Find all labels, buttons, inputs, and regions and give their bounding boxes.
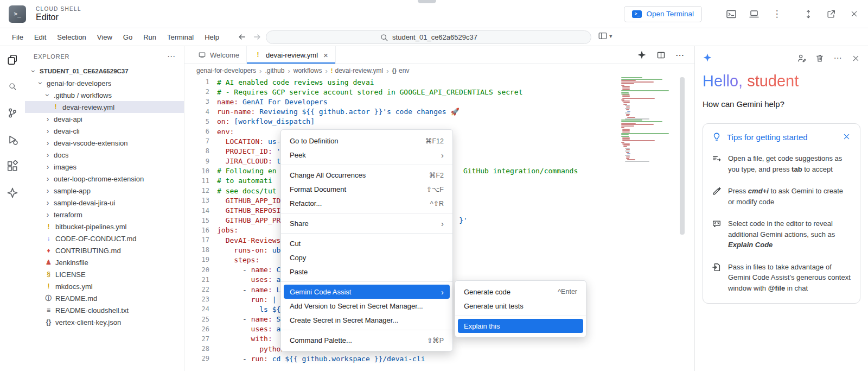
tree-label: devai-review.yml — [62, 103, 114, 111]
vertical-scrollbar[interactable] — [679, 77, 685, 371]
shortcut-label: ⌘F12 — [425, 137, 444, 145]
breadcrumb-item[interactable]: .github — [265, 67, 284, 74]
tree-file-mkdocs-yml[interactable]: !mkdocs.yml — [25, 280, 184, 292]
activity-search-button[interactable] — [7, 80, 18, 92]
minimap[interactable] — [621, 77, 675, 180]
close-icon[interactable] — [848, 9, 859, 20]
close-tips-icon[interactable] — [843, 133, 851, 141]
tree-folder-devai-cli[interactable]: ›devai-cli — [25, 125, 184, 137]
activity-gemini-button[interactable] — [7, 187, 18, 199]
tree-label: mkdocs.yml — [55, 282, 93, 291]
menu-go[interactable]: Go — [118, 28, 138, 46]
menu-edit[interactable]: Edit — [29, 28, 52, 46]
tree-file-vertex-client-key-json[interactable]: {}vertex-client-key.json — [25, 316, 184, 328]
editor-layout-button[interactable]: ▾ — [598, 31, 612, 41]
menu-separator — [455, 316, 586, 316]
drag-handle[interactable] — [418, 0, 436, 3]
delete-chat-icon[interactable] — [815, 53, 825, 63]
tree-label: genai-for-developers — [47, 79, 111, 87]
tree-file-code-of-conduct-md[interactable]: ↓CODE-OF-CONDUCT.md — [25, 232, 184, 244]
menu-item-share[interactable]: Share› — [284, 216, 450, 230]
menu-file[interactable]: File — [7, 28, 29, 46]
tree-folder-outer-loop-chrome-extension[interactable]: ›outer-loop-chrome-extension — [25, 173, 184, 185]
menu-terminal[interactable]: Terminal — [162, 28, 199, 46]
tree-folder-devai-vscode-extension[interactable]: ›devai-vscode-extension — [25, 137, 184, 149]
open-in-new-icon[interactable] — [826, 9, 837, 20]
web-preview-icon[interactable] — [749, 9, 760, 20]
expand-collapse-icon[interactable] — [803, 9, 814, 20]
close-tab-icon[interactable]: × — [323, 51, 328, 60]
tree-folder-devai-api[interactable]: ›devai-api — [25, 113, 184, 125]
tree-file-devai-review-yml[interactable]: !devai-review.yml — [25, 101, 184, 113]
menu-item-generate-unit-tests[interactable]: Generate unit tests — [458, 299, 583, 313]
nav-back-icon[interactable] — [237, 32, 247, 42]
tree-file-bitbucket-pipelines-yml[interactable]: !bitbucket-pipelines.yml — [25, 221, 184, 232]
tree-folder-github-workflows[interactable]: ›.github / workflows — [25, 89, 184, 101]
menu-run[interactable]: Run — [138, 28, 162, 46]
menu-item-paste[interactable]: Paste — [284, 265, 450, 279]
more-vertical-icon[interactable]: ⋮ — [771, 9, 782, 20]
chevron-icon: › — [44, 199, 51, 206]
more-horizontal-icon[interactable]: ⋯ — [833, 53, 843, 63]
tree-file-readme-md[interactable]: ⓘREADME.md — [25, 292, 184, 304]
tree-label: Jenkinsfile — [55, 259, 88, 267]
tab-welcome[interactable]: Welcome — [191, 46, 247, 64]
chat-tip-icon — [712, 219, 722, 229]
feedback-icon[interactable] — [797, 53, 807, 63]
menu-selection[interactable]: Selection — [52, 28, 91, 46]
tree-folder-images[interactable]: ›images — [25, 161, 184, 173]
tip-item: Select code in the editor to reveal addi… — [712, 218, 851, 250]
menu-item-copy[interactable]: Copy — [284, 250, 450, 265]
menu-item-refactor[interactable]: Refactor...^⇧R — [284, 196, 450, 210]
menu-item-format-document[interactable]: Format Document⇧⌥F — [284, 182, 450, 196]
more-horizontal-icon[interactable]: ⋯ — [675, 50, 685, 60]
open-terminal-button[interactable]: >_ Open Terminal — [624, 6, 702, 22]
tab-devai-review-yml[interactable]: !devai-review.yml× — [247, 46, 336, 64]
toggle-terminal-icon[interactable] — [726, 9, 737, 20]
activity-source-control-button[interactable] — [7, 107, 18, 119]
menu-item-create-secret-in-secret-manager[interactable]: Create Secret in Secret Manager... — [284, 313, 450, 327]
tree-file-readme-cloudshell-txt[interactable]: ≡README-cloudshell.txt — [25, 304, 184, 316]
tree-folder-terraform[interactable]: ›terraform — [25, 209, 184, 221]
menu-item-gemini-code-assist[interactable]: Gemini Code Assist› — [284, 285, 450, 299]
chevron-icon: › — [44, 139, 51, 147]
tree-folder-genai-for-developers[interactable]: ›genai-for-developers — [25, 77, 184, 89]
menu-item-add-version-to-secret-in-secret-manager[interactable]: Add Version to Secret in Secret Manager.… — [284, 299, 450, 313]
tree-folder-student-01-ce62a6529c37[interactable]: ›STUDENT_01_CE62A6529C37 — [25, 65, 184, 77]
nav-forward-icon[interactable] — [252, 32, 263, 42]
breadcrumb-item[interactable]: workflows — [293, 67, 322, 74]
gemini-sparkle-icon[interactable] — [637, 50, 647, 60]
menu-help[interactable]: Help — [199, 28, 225, 46]
menu-item-peek[interactable]: Peek› — [284, 148, 450, 162]
greeting-name: student — [747, 72, 799, 90]
menu-separator — [281, 165, 452, 165]
activity-explorer-button[interactable] — [7, 54, 18, 66]
menu-view[interactable]: View — [92, 28, 118, 46]
search-input[interactable]: student_01_ce62a6529c37 — [266, 30, 591, 44]
diamond-red-icon: ♦ — [44, 247, 53, 254]
gemini-panel: ⋯ Hello,student How can Gemini help? Tip… — [694, 46, 868, 371]
breadcrumb-item[interactable]: {}env — [392, 67, 410, 74]
chevron-icon: › — [44, 115, 51, 123]
menu-item-change-all-occurrences[interactable]: Change All Occurrences⌘F2 — [284, 168, 450, 182]
menu-item-generate-code[interactable]: Generate code^Enter — [458, 285, 583, 299]
tree-label: devai-vscode-extension — [54, 139, 128, 147]
scrollbar-thumb[interactable] — [680, 77, 685, 235]
menu-item-command-palette[interactable]: Command Palette...⇧⌘P — [284, 333, 450, 347]
menu-item-cut[interactable]: Cut — [284, 236, 450, 250]
activity-run-debug-button[interactable] — [7, 134, 18, 146]
tree-file-jenkinsfile[interactable]: ♟Jenkinsfile — [25, 256, 184, 268]
split-editor-icon[interactable] — [656, 50, 666, 60]
tree-folder-docs[interactable]: ›docs — [25, 149, 184, 161]
menu-item-explain-this[interactable]: Explain this — [458, 319, 583, 333]
tree-file-contributing-md[interactable]: ♦CONTRIBUTING.md — [25, 244, 184, 256]
tree-file-license[interactable]: §LICENSE — [25, 268, 184, 280]
activity-extensions-button[interactable] — [7, 160, 18, 172]
explorer-more-icon[interactable]: ⋯ — [167, 52, 175, 61]
tree-folder-sample-app[interactable]: ›sample-app — [25, 185, 184, 197]
breadcrumb-item[interactable]: genai-for-developers — [196, 67, 256, 74]
breadcrumb-item[interactable]: !devai-review.yml — [331, 67, 383, 74]
close-panel-icon[interactable] — [851, 53, 860, 63]
tree-folder-sample-devai-jira-ui[interactable]: ›sample-devai-jira-ui — [25, 197, 184, 209]
menu-item-go-to-definition[interactable]: Go to Definition⌘F12 — [284, 134, 450, 148]
